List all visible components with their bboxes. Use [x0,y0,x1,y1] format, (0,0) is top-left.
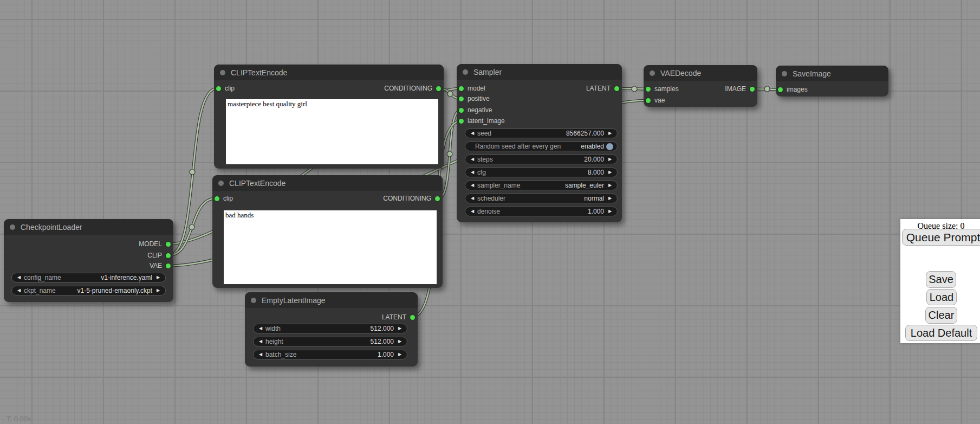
increment-arrow-icon[interactable]: ▶ [154,286,162,295]
increment-arrow-icon[interactable]: ▶ [154,273,162,282]
increment-arrow-icon[interactable]: ▶ [606,155,614,164]
output-slot-icon[interactable] [166,242,171,247]
widget-width[interactable]: ◀ width 512.000 ▶ [253,324,407,333]
increment-arrow-icon[interactable]: ▶ [606,194,614,203]
node-vae-decode[interactable]: VAEDecode samples vae IMAGE [644,65,757,107]
node-collapse-dot-icon[interactable] [220,70,225,75]
node-save-image-titlebar[interactable]: SaveImage [776,66,888,81]
prompt-textarea[interactable]: bad hands [224,210,437,284]
input-port-vae[interactable]: vae [646,95,665,105]
node-empty-latent-image[interactable]: EmptyLatentImage LATENT ◀ width 512.000 … [245,292,418,367]
widget-random-seed-toggle[interactable]: Random seed after every gen enabled [465,142,618,151]
output-slot-icon[interactable] [435,196,440,201]
increment-arrow-icon[interactable]: ▶ [606,207,614,216]
widget-denoise[interactable]: ◀ denoise 1.000 ▶ [465,207,618,216]
input-slot-icon[interactable] [216,86,221,91]
widget-batch-size[interactable]: ◀ batch_size 1.000 ▶ [253,350,407,359]
node-clip-text-encode-titlebar[interactable]: CLIPTextEncode [212,175,443,191]
output-port-conditioning[interactable]: CONDITIONING [384,83,441,93]
decrement-arrow-icon[interactable]: ◀ [469,168,476,177]
comfyui-canvas[interactable]: { "canvas": { "timer_text": "T: 0.00s" }… [0,0,980,424]
node-save-image[interactable]: SaveImage images [776,66,888,97]
input-slot-icon[interactable] [215,196,219,201]
load-default-button[interactable]: Load Default [905,325,977,341]
widget-steps[interactable]: ◀ steps 20.000 ▶ [465,155,618,164]
output-slot-icon[interactable] [410,315,415,320]
node-collapse-dot-icon[interactable] [10,224,15,230]
decrement-arrow-icon[interactable]: ◀ [15,273,23,282]
output-port-latent[interactable]: LATENT [586,83,619,93]
output-port-model[interactable]: MODEL [139,239,171,249]
widget-scheduler[interactable]: ◀ scheduler normal ▶ [465,194,618,203]
node-collapse-dot-icon[interactable] [650,70,655,76]
increment-arrow-icon[interactable]: ▶ [606,181,614,190]
input-port-samples[interactable]: samples [646,84,679,94]
widget-seed[interactable]: ◀ seed 8566257.000 ▶ [465,129,618,138]
widget-value: 20.000 [584,156,604,163]
input-slot-icon[interactable] [459,86,464,91]
decrement-arrow-icon[interactable]: ◀ [469,181,476,190]
decrement-arrow-icon[interactable]: ◀ [257,337,264,346]
node-clip-text-encode-negative[interactable]: CLIPTextEncode clip CONDITIONING bad han… [212,175,443,288]
prompt-textarea[interactable]: masterpiece best quality girl [226,99,438,164]
node-collapse-dot-icon[interactable] [218,181,224,186]
load-button[interactable]: Load [926,289,957,305]
output-port-latent[interactable]: LATENT [382,312,415,322]
node-clip-text-encode-titlebar[interactable]: CLIPTextEncode [214,65,444,80]
link-midpoint-dot [632,86,637,92]
decrement-arrow-icon[interactable]: ◀ [469,194,476,203]
input-slot-icon[interactable] [646,98,651,103]
widget-cfg[interactable]: ◀ cfg 8.000 ▶ [465,168,618,177]
node-empty-latent-image-titlebar[interactable]: EmptyLatentImage [245,292,418,308]
decrement-arrow-icon[interactable]: ◀ [257,324,264,333]
input-port-images[interactable]: images [778,85,808,94]
input-slot-icon[interactable] [778,87,783,92]
increment-arrow-icon[interactable]: ▶ [606,129,614,138]
decrement-arrow-icon[interactable]: ◀ [469,129,476,138]
input-port-model[interactable]: model [459,83,485,93]
decrement-arrow-icon[interactable]: ◀ [15,286,23,295]
save-button[interactable]: Save [926,271,956,288]
output-slot-icon[interactable] [750,87,755,92]
increment-arrow-icon[interactable]: ▶ [606,168,614,177]
node-checkpoint-loader-titlebar[interactable]: CheckpointLoader [4,219,173,235]
input-port-latent-image[interactable]: latent_image [459,116,505,126]
node-vae-decode-titlebar[interactable]: VAEDecode [644,65,757,81]
node-sampler-titlebar[interactable]: Sampler [457,64,622,80]
output-slot-icon[interactable] [614,86,619,91]
widget-height[interactable]: ◀ height 512.000 ▶ [253,337,407,346]
decrement-arrow-icon[interactable]: ◀ [257,350,264,359]
widget-ckpt-name[interactable]: ◀ ckpt_name v1-5-pruned-emaonly.ckpt ▶ [11,286,166,295]
increment-arrow-icon[interactable]: ▶ [396,337,404,346]
input-port-negative[interactable]: negative [459,105,492,115]
output-slot-icon[interactable] [166,264,171,268]
node-checkpoint-loader[interactable]: CheckpointLoader MODEL CLIP VAE ◀ config… [4,219,173,302]
input-slot-icon[interactable] [646,87,651,92]
increment-arrow-icon[interactable]: ▶ [396,350,404,359]
output-port-clip[interactable]: CLIP [147,250,171,260]
output-port-vae[interactable]: VAE [150,261,171,271]
decrement-arrow-icon[interactable]: ◀ [469,155,476,164]
input-port-clip[interactable]: clip [215,194,233,203]
input-slot-icon[interactable] [459,119,464,124]
input-port-positive[interactable]: positive [459,94,490,104]
input-port-clip[interactable]: clip [216,83,235,93]
node-collapse-dot-icon[interactable] [463,69,468,75]
decrement-arrow-icon[interactable]: ◀ [469,207,476,216]
input-slot-icon[interactable] [459,97,464,101]
output-slot-icon[interactable] [436,86,441,91]
input-slot-icon[interactable] [459,108,464,113]
node-clip-text-encode-positive[interactable]: CLIPTextEncode clip CONDITIONING masterp… [214,65,444,169]
node-sampler[interactable]: Sampler model positive negative latent_i… [457,64,622,222]
increment-arrow-icon[interactable]: ▶ [396,324,404,333]
queue-prompt-button[interactable]: Queue Prompt [902,229,980,246]
toggle-indicator-icon[interactable] [606,143,613,150]
output-slot-icon[interactable] [166,253,171,258]
clear-button[interactable]: Clear [925,307,957,324]
node-collapse-dot-icon[interactable] [251,298,256,303]
node-collapse-dot-icon[interactable] [782,71,787,76]
widget-sampler-name[interactable]: ◀ sampler_name sample_euler ▶ [465,181,618,190]
output-port-conditioning[interactable]: CONDITIONING [383,194,440,203]
output-port-image[interactable]: IMAGE [725,84,755,94]
widget-config-name[interactable]: ◀ config_name v1-inference.yaml ▶ [11,273,166,282]
